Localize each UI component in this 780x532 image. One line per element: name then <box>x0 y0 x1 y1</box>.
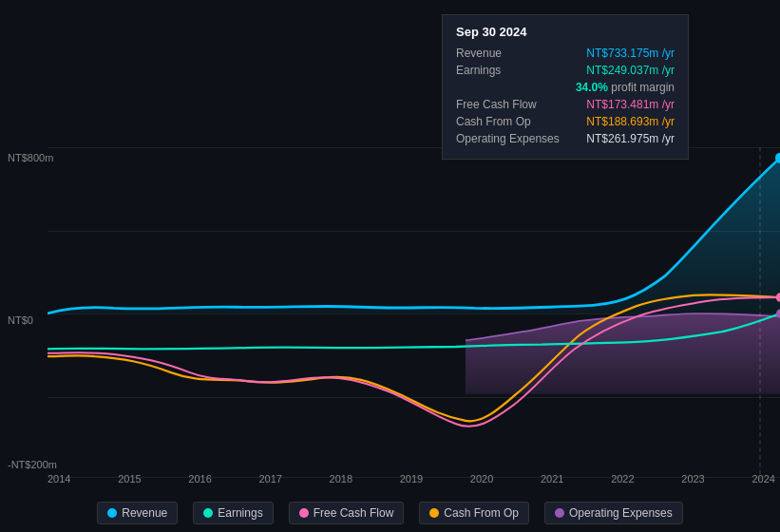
legend-cfo-dot <box>429 508 439 518</box>
tooltip-revenue-value: NT$733.175m /yr <box>586 47 675 60</box>
y-label-zero: NT$0 <box>8 314 33 326</box>
legend-opex[interactable]: Operating Expenses <box>544 502 683 524</box>
legend-revenue-dot <box>107 508 117 518</box>
legend-fcf-label: Free Cash Flow <box>314 506 394 520</box>
chart-area: NT$800m NT$0 -NT$200m <box>0 147 780 480</box>
tooltip-fcf-row: Free Cash Flow NT$173.481m /yr <box>456 98 675 111</box>
tooltip-opex-value: NT$261.975m /yr <box>586 132 675 145</box>
x-label-2023: 2023 <box>681 473 704 484</box>
tooltip-date: Sep 30 2024 <box>456 25 675 39</box>
tooltip-cfo-row: Cash From Op NT$188.693m /yr <box>456 115 675 128</box>
legend-fcf-dot <box>299 508 309 518</box>
tooltip-cfo-value: NT$188.693m /yr <box>586 115 675 128</box>
legend-revenue[interactable]: Revenue <box>97 502 178 524</box>
x-label-2024: 2024 <box>751 473 774 484</box>
tooltip-opex-label: Operating Expenses <box>456 132 560 145</box>
legend-opex-dot <box>555 508 564 518</box>
tooltip-earnings-row: Earnings NT$249.037m /yr <box>456 64 675 77</box>
legend-revenue-label: Revenue <box>122 506 167 520</box>
legend-earnings[interactable]: Earnings <box>193 502 273 524</box>
data-tooltip: Sep 30 2024 Revenue NT$733.175m /yr Earn… <box>442 14 689 160</box>
tooltip-revenue-row: Revenue NT$733.175m /yr <box>456 47 675 60</box>
x-label-2015: 2015 <box>118 473 141 484</box>
x-label-2020: 2020 <box>470 473 493 484</box>
tooltip-fcf-label: Free Cash Flow <box>456 98 537 111</box>
legend-earnings-label: Earnings <box>218 506 262 520</box>
chart-legend: Revenue Earnings Free Cash Flow Cash Fro… <box>0 502 780 524</box>
tooltip-revenue-label: Revenue <box>456 47 502 60</box>
x-label-2016: 2016 <box>188 473 211 484</box>
legend-cfo-label: Cash From Op <box>444 506 519 520</box>
tooltip-cfo-label: Cash From Op <box>456 115 531 128</box>
x-label-2014: 2014 <box>48 473 70 484</box>
tooltip-opex-row: Operating Expenses NT$261.975m /yr <box>456 132 675 145</box>
x-label-2021: 2021 <box>541 473 563 484</box>
x-label-2022: 2022 <box>611 473 634 484</box>
x-label-2017: 2017 <box>258 473 281 484</box>
legend-earnings-dot <box>203 508 213 518</box>
tooltip-profit-margin: 34.0% profit margin <box>456 81 675 94</box>
x-axis: 2014 2015 2016 2017 2018 2019 2020 2021 … <box>48 473 775 484</box>
profit-percent: 34.0% <box>576 81 608 94</box>
tooltip-earnings-value: NT$249.037m /yr <box>586 64 675 77</box>
legend-opex-label: Operating Expenses <box>569 506 673 520</box>
legend-cfo[interactable]: Cash From Op <box>419 502 529 524</box>
tooltip-fcf-value: NT$173.481m /yr <box>586 98 675 111</box>
x-label-2018: 2018 <box>330 473 352 484</box>
main-chart <box>48 147 780 480</box>
legend-fcf[interactable]: Free Cash Flow <box>289 502 405 524</box>
x-label-2019: 2019 <box>400 473 423 484</box>
tooltip-earnings-label: Earnings <box>456 64 501 77</box>
profit-label: profit margin <box>611 81 675 94</box>
